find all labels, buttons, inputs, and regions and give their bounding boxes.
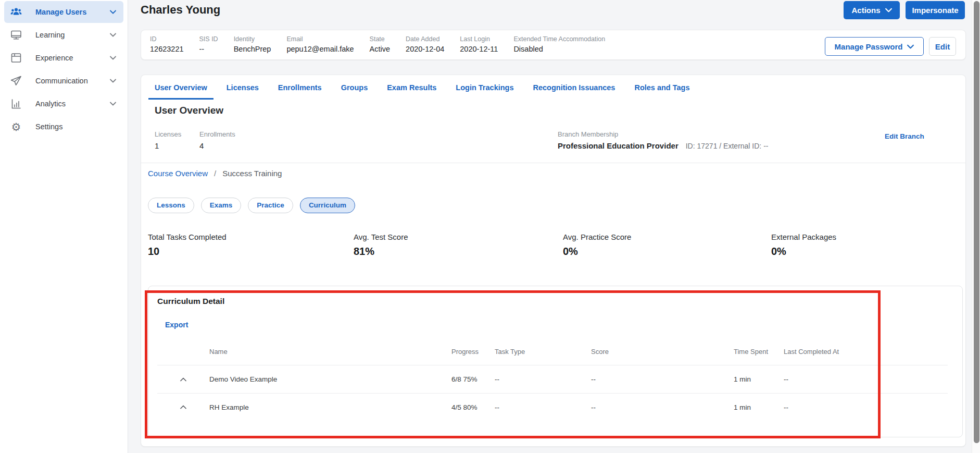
sidebar-item-settings[interactable]: ⚙ Settings <box>4 116 123 138</box>
pill-lessons[interactable]: Lessons <box>148 198 194 213</box>
chevron-down-icon <box>110 79 116 83</box>
tab-bar: User Overview Licenses Enrollments Group… <box>141 75 965 100</box>
cell-last-completed-at: -- <box>784 375 948 383</box>
tab-groups[interactable]: Groups <box>335 75 374 100</box>
manage-password-label: Manage Password <box>835 42 903 51</box>
metric-avg-test-score: Avg. Test Score 81% <box>354 232 408 258</box>
export-link[interactable]: Export <box>165 321 188 329</box>
chevron-down-icon <box>110 33 116 37</box>
chevron-down-icon <box>110 56 116 60</box>
branch-name: Professional Education Provider <box>558 141 679 150</box>
window-icon <box>10 52 22 64</box>
sidebar-item-communication[interactable]: Communication <box>4 70 123 92</box>
cell-task-type: -- <box>495 375 591 383</box>
chevron-up-icon <box>180 377 186 382</box>
chevron-up-icon <box>180 405 186 409</box>
sidebar-item-experience[interactable]: Experience <box>4 47 123 69</box>
info-field-state: State Active <box>370 35 391 53</box>
curriculum-detail-title: Curriculum Detail <box>157 297 224 306</box>
sidebar-item-label: Analytics <box>35 100 66 108</box>
tab-exam-results[interactable]: Exam Results <box>381 75 443 100</box>
actions-button-label: Actions <box>851 6 880 15</box>
breadcrumb: Course Overview / Success Training <box>148 169 282 178</box>
gear-icon: ⚙ <box>10 120 22 133</box>
manage-password-button[interactable]: Manage Password <box>825 37 924 56</box>
breadcrumb-course-overview[interactable]: Course Overview <box>148 169 208 178</box>
sidebar-item-label: Communication <box>35 77 88 85</box>
tab-roles-and-tags[interactable]: Roles and Tags <box>628 75 696 100</box>
sidebar-item-label: Manage Users <box>35 8 86 16</box>
monitor-icon <box>10 29 22 41</box>
metric-external-packages: External Packages 0% <box>771 232 836 258</box>
breadcrumb-current: Success Training <box>222 169 282 178</box>
col-time-spent: Time Spent <box>734 348 784 356</box>
tab-user-overview[interactable]: User Overview <box>148 75 213 100</box>
paper-plane-icon <box>10 75 22 87</box>
tab-login-trackings[interactable]: Login Trackings <box>449 75 520 100</box>
sidebar-item-analytics[interactable]: Analytics <box>4 93 123 115</box>
tab-licenses[interactable]: Licenses <box>220 75 265 100</box>
col-last-completed-at: Last Completed At <box>784 348 948 356</box>
tab-recognition-issuances[interactable]: Recognition Issuances <box>527 75 622 100</box>
content-filter-pills: Lessons Exams Practice Curriculum <box>148 198 355 213</box>
chevron-down-icon <box>110 10 116 14</box>
branch-meta: ID: 17271 / External ID: -- <box>686 142 769 150</box>
users-icon <box>10 6 22 18</box>
cell-score: -- <box>591 375 734 383</box>
scrollbar-thumb[interactable] <box>974 1 979 443</box>
section-heading: User Overview <box>155 105 223 116</box>
user-detail-card: User Overview Licenses Enrollments Group… <box>141 75 966 447</box>
cell-name: Demo Video Example <box>209 375 451 383</box>
bar-chart-icon <box>10 97 22 110</box>
sidebar-item-label: Learning <box>35 31 65 39</box>
col-name: Name <box>209 348 451 356</box>
pill-practice[interactable]: Practice <box>248 198 293 213</box>
pill-curriculum[interactable]: Curriculum <box>300 198 355 213</box>
info-field-email: Email pepu12@email.fake <box>286 35 354 53</box>
enrollments-stat: Enrollments 4 <box>199 130 235 150</box>
info-field-date-added: Date Added 2020-12-04 <box>406 35 444 53</box>
table-row: Demo Video Example 6/8 75% -- -- 1 min -… <box>157 365 948 393</box>
chevron-down-icon <box>110 102 116 106</box>
cell-task-type: -- <box>495 403 591 411</box>
scrollbar-track[interactable] <box>972 0 980 453</box>
info-field-extended-time: Extended Time Accommodation Disabled <box>513 35 605 53</box>
cell-last-completed-at: -- <box>784 403 948 411</box>
curriculum-detail-card: Curriculum Detail Export Name Progress T… <box>148 286 963 437</box>
col-progress: Progress <box>451 348 495 356</box>
col-task-type: Task Type <box>495 348 591 356</box>
sidebar-item-label: Settings <box>35 123 62 131</box>
sidebar-item-label: Experience <box>35 54 73 62</box>
user-info-bar: ID 12623221 SIS ID -- Identity BenchPrep… <box>141 30 966 60</box>
cell-time-spent: 1 min <box>734 375 784 383</box>
col-score: Score <box>591 348 734 356</box>
table-row: RH Example 4/5 80% -- -- 1 min -- <box>157 393 948 421</box>
sidebar-item-learning[interactable]: Learning <box>4 24 123 46</box>
edit-button[interactable]: Edit <box>929 37 956 56</box>
page-title: Charles Young <box>141 3 220 17</box>
sidebar-item-manage-users[interactable]: Manage Users <box>4 1 123 23</box>
sidebar: Manage Users Learning Experience <box>0 0 128 453</box>
collapse-row-button[interactable] <box>157 377 209 382</box>
info-field-identity: Identity BenchPrep <box>234 35 271 53</box>
cell-time-spent: 1 min <box>734 403 784 411</box>
pill-exams[interactable]: Exams <box>201 198 242 213</box>
licenses-stat: Licenses 1 <box>155 130 181 150</box>
info-field-last-login: Last Login 2020-12-11 <box>460 35 498 53</box>
metric-avg-practice-score: Avg. Practice Score 0% <box>563 232 631 258</box>
actions-button[interactable]: Actions <box>844 1 900 19</box>
breadcrumb-separator: / <box>214 169 216 178</box>
cell-progress: 6/8 75% <box>451 375 495 383</box>
tab-enrollments[interactable]: Enrollments <box>272 75 328 100</box>
cell-score: -- <box>591 403 734 411</box>
cell-name: RH Example <box>209 403 451 411</box>
edit-branch-link[interactable]: Edit Branch <box>885 132 924 140</box>
cell-progress: 4/5 80% <box>451 403 495 411</box>
collapse-row-button[interactable] <box>157 405 209 409</box>
impersonate-button[interactable]: Impersonate <box>906 1 965 19</box>
info-field-id: ID 12623221 <box>150 35 184 53</box>
branch-membership: Branch Membership Professional Education… <box>558 130 768 150</box>
section-divider <box>141 163 965 163</box>
impersonate-button-label: Impersonate <box>912 6 958 15</box>
metric-total-tasks: Total Tasks Completed 10 <box>148 232 227 258</box>
